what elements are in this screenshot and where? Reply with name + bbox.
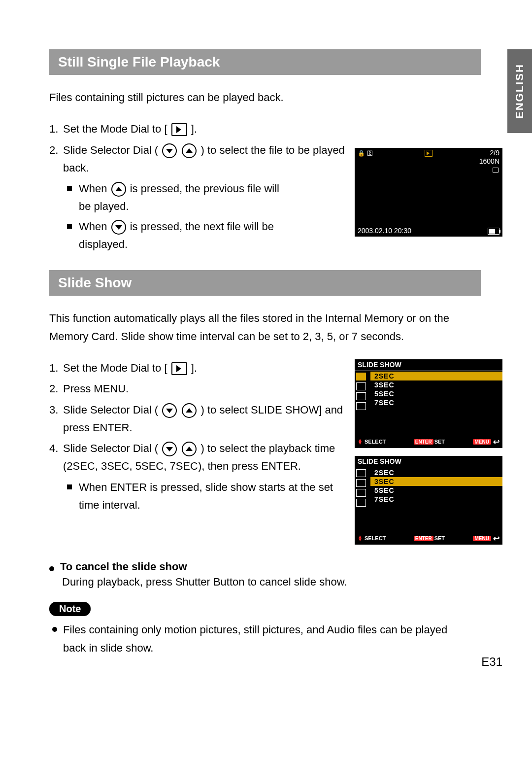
down-arrow-icon <box>111 220 126 235</box>
sub-a-post: is pressed, the previous file will be pl… <box>79 182 279 212</box>
footer-menu-badge: MENU <box>473 536 491 541</box>
play-indicator-icon <box>425 150 432 157</box>
menu-option: 5SEC <box>370 486 502 495</box>
sub-a-pre: When <box>79 182 107 195</box>
s2-step4-sub: When ENTER is pressed, slide show starts… <box>67 479 346 515</box>
select-arrows-icon: ▲▼ <box>358 439 363 445</box>
menu-option: 3SEC <box>370 380 502 389</box>
page-number: E31 <box>481 655 502 669</box>
menu-tab-icon <box>356 382 366 390</box>
s2-step-1: 1. Set the Mode Dial to [ ]. <box>49 359 346 377</box>
cancel-text: During playback, press Shutter Button to… <box>62 573 491 591</box>
footer-set: SET <box>434 439 445 445</box>
square-bullet-icon <box>67 484 72 489</box>
battery-icon <box>488 228 499 235</box>
footer-enter-badge: ENTER <box>414 439 433 445</box>
slideshow-menu-screen-2: SLIDE SHOW 2SEC 3SEC 5SEC 7SEC <box>355 456 502 545</box>
playback-mode-icon <box>171 123 187 136</box>
square-bullet-icon <box>67 186 72 191</box>
menu-option: 3SEC <box>370 477 502 486</box>
section2-steps-block: 1. Set the Mode Dial to [ ]. 2. Press ME… <box>49 359 502 553</box>
s2-step3-pre: Slide Selector Dial ( <box>63 404 161 416</box>
lock-icon: 🔒 <box>358 150 365 157</box>
s2-step-4: 4. Slide Selector Dial ( ) to select the… <box>49 440 346 476</box>
step2-sub-b: When is pressed, the next file will be d… <box>67 218 294 254</box>
sub-b-post: is pressed, the next file will be displa… <box>79 220 274 250</box>
footer-select: SELECT <box>365 439 386 445</box>
down-arrow-icon <box>162 403 177 418</box>
step1-text-post: ]. <box>191 123 197 135</box>
section1-intro: Files containing still pictures can be p… <box>49 89 478 106</box>
step2-text-pre: Slide Selector Dial ( <box>63 144 161 156</box>
resolution-label: 1600N <box>479 157 499 166</box>
up-arrow-icon <box>182 403 197 418</box>
section2-intro: This function automatically plays all th… <box>49 310 478 345</box>
step1-text-pre: Set the Mode Dial to [ <box>63 123 170 135</box>
key-icon: ⚿ <box>367 150 373 157</box>
sub-b-pre: When <box>79 220 107 233</box>
select-arrows-icon: ▲▼ <box>358 535 363 541</box>
menu-option: 2SEC <box>370 372 502 380</box>
s2-step1-pre: Set the Mode Dial to [ <box>63 362 170 374</box>
slideshow-menu-screen-1: SLIDE SHOW 2SEC 3SEC 5SEC 7SEC <box>355 359 502 448</box>
cancel-heading: To cancel the slide show <box>49 560 502 573</box>
step-2: 2. Slide Selector Dial ( ) to select the… <box>49 141 346 177</box>
menu-tab-icon <box>356 392 366 400</box>
s2-step-3: 3. Slide Selector Dial ( ) to select SLI… <box>49 401 346 437</box>
playback-screen-illustration: 🔒 ⚿ 2/9 1600N 2003.02.10 20:30 <box>355 148 502 237</box>
return-arrow-icon: ↩ <box>493 534 499 543</box>
footer-menu-badge: MENU <box>473 439 491 445</box>
menu-tab-icon <box>356 499 366 507</box>
s2-step-2: 2. Press MENU. <box>49 380 346 398</box>
up-arrow-icon <box>182 143 197 158</box>
menu-tab-icon <box>356 479 366 487</box>
step-1: 1. Set the Mode Dial to [ ]. <box>49 120 346 138</box>
file-counter: 2/9 <box>479 149 499 157</box>
camera-icon <box>493 168 499 173</box>
down-arrow-icon <box>162 143 177 158</box>
menu-tab-icon <box>356 469 366 477</box>
up-arrow-icon <box>182 442 197 456</box>
down-arrow-icon <box>162 442 177 456</box>
menu-tab-icon <box>356 489 366 497</box>
footer-enter-badge: ENTER <box>414 536 433 541</box>
up-arrow-icon <box>111 182 126 197</box>
menu-tab-icon <box>356 402 366 410</box>
timestamp-label: 2003.02.10 20:30 <box>358 227 411 235</box>
footer-select: SELECT <box>365 535 386 541</box>
menu-option: 5SEC <box>370 389 502 398</box>
menu-option: 7SEC <box>370 495 502 504</box>
square-bullet-icon <box>67 224 72 229</box>
menu-side-icons <box>355 371 370 412</box>
s2-step4-pre: Slide Selector Dial ( <box>63 442 161 454</box>
menu-option: 7SEC <box>370 398 502 407</box>
note-text-row: Files containing only motion pictures, s… <box>52 621 456 657</box>
circle-bullet-icon <box>52 627 57 632</box>
section1-steps-block: 1. Set the Mode Dial to [ ]. 2. Slide Se… <box>49 120 502 255</box>
menu-title: SLIDE SHOW <box>355 456 502 467</box>
circle-bullet-icon <box>49 566 54 571</box>
section-header-slideshow: Slide Show <box>49 270 481 296</box>
menu-title: SLIDE SHOW <box>355 359 502 371</box>
menu-tab-icon <box>356 373 366 380</box>
manual-page: ENGLISH Still Single File Playback Files… <box>0 0 532 689</box>
playback-mode-icon <box>171 362 187 375</box>
footer-set: SET <box>434 535 445 541</box>
language-tab: ENGLISH <box>507 49 532 133</box>
section-header-playback: Still Single File Playback <box>49 49 481 75</box>
menu-side-icons <box>355 467 370 509</box>
step2-sub-a: When is pressed, the previous file will … <box>67 180 294 216</box>
menu-option: 2SEC <box>370 468 502 477</box>
return-arrow-icon: ↩ <box>493 437 499 447</box>
s2-step1-post: ]. <box>191 362 197 374</box>
note-badge: Note <box>49 602 91 616</box>
